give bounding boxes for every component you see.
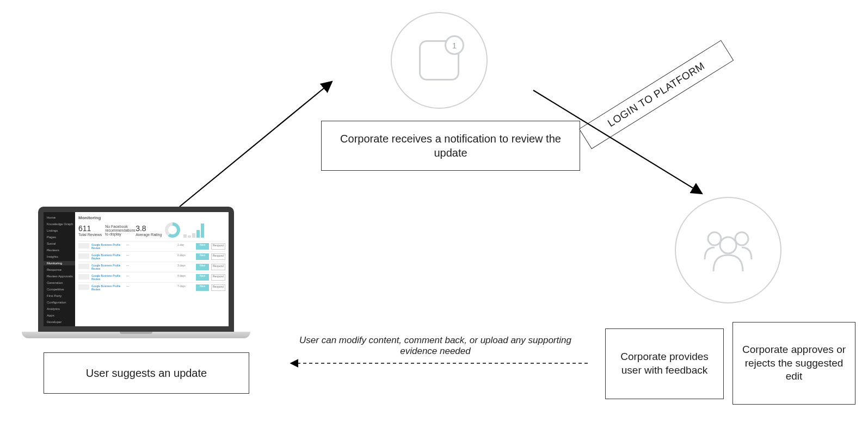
stat-avg-rating: 3.8 Average Rating (136, 224, 162, 237)
stat-num: 3.8 (136, 224, 162, 233)
laptop-base (22, 332, 250, 338)
sidebar-item: Knowledge Graph (44, 222, 75, 226)
app-notification-icon: 1 (419, 40, 459, 80)
table-row: Google Business Profile Review—2 daysNew… (78, 251, 225, 262)
sidebar-item: Reviews (44, 248, 75, 252)
stat-label: Average Rating (136, 233, 162, 237)
sidebar-item: Developer (44, 320, 75, 324)
laptop-main: Monitoring 611 Total Reviews No Facebook… (75, 212, 229, 326)
arrow-feedback-dashed (283, 357, 596, 370)
stat-label: Total Reviews (78, 233, 102, 237)
stat-num: 611 (78, 224, 102, 233)
svg-line-0 (180, 82, 332, 207)
svg-point-4 (720, 237, 736, 253)
table-row: Google Business Profile Review—4 daysNew… (78, 272, 225, 282)
laptop-stats: 611 Total Reviews No Facebook recommenda… (78, 222, 225, 238)
svg-point-3 (735, 232, 748, 245)
sidebar-item: Listings (44, 228, 75, 233)
step4b-label: Corporate approves or rejects the sugges… (738, 343, 849, 383)
arrow-login (522, 74, 718, 204)
sidebar-item: Competitive (44, 287, 75, 291)
sidebar-item: Apps (44, 313, 75, 318)
table-row: Google Business Profile Review—1 dayNewR… (78, 241, 225, 251)
laptop-sidebar: Home Knowledge Graph Listings Pages Soci… (44, 212, 75, 326)
sidebar-item: First Party (44, 294, 75, 298)
sidebar-item: Home (44, 215, 75, 220)
stat-fb: No Facebook recommendations to display (105, 225, 132, 236)
laptop-bezel: Home Knowledge Graph Listings Pages Soci… (38, 207, 234, 332)
arrow-step1-to-step2 (174, 71, 343, 212)
step4b-box: Corporate approves or rejects the sugges… (732, 322, 855, 405)
sidebar-item: Generation (44, 281, 75, 285)
table-row: Google Business Profile Review—7 daysNew… (78, 282, 225, 293)
sidebar-item: Analytics (44, 307, 75, 311)
stat-total-reviews: 611 Total Reviews (78, 224, 102, 237)
donut-chart-icon (165, 222, 180, 238)
laptop-page-title: Monitoring (78, 215, 225, 220)
laptop-illustration: Home Knowledge Graph Listings Pages Soci… (22, 207, 250, 338)
bar-chart-icon (183, 222, 204, 238)
users-circle (675, 197, 781, 303)
step1-box: User suggests an update (44, 352, 249, 394)
laptop-table: Google Business Profile Review—1 dayNewR… (78, 241, 225, 293)
sidebar-item: Social (44, 241, 75, 246)
sidebar-item: Pages (44, 235, 75, 239)
users-group-icon (698, 227, 758, 274)
sidebar-item-active: Monitoring (44, 261, 75, 265)
table-row: Google Business Profile Review—3 daysNew… (78, 262, 225, 272)
laptop-screen: Home Knowledge Graph Listings Pages Soci… (44, 212, 229, 326)
sidebar-item: Configuration (44, 300, 75, 305)
svg-line-1 (533, 90, 702, 194)
sidebar-item: Insights (44, 255, 75, 259)
step4a-box: Corporate provides user with feedback (605, 328, 724, 399)
sidebar-item: Response (44, 268, 75, 272)
svg-point-2 (708, 232, 721, 245)
step4a-label: Corporate provides user with feedback (611, 350, 718, 377)
notification-circle: 1 (391, 12, 488, 109)
sidebar-item: Review Approvals (44, 274, 75, 278)
feedback-note: User can modify content, comment back, o… (294, 335, 577, 357)
step1-label: User suggests an update (86, 366, 207, 380)
notification-badge: 1 (445, 35, 464, 55)
